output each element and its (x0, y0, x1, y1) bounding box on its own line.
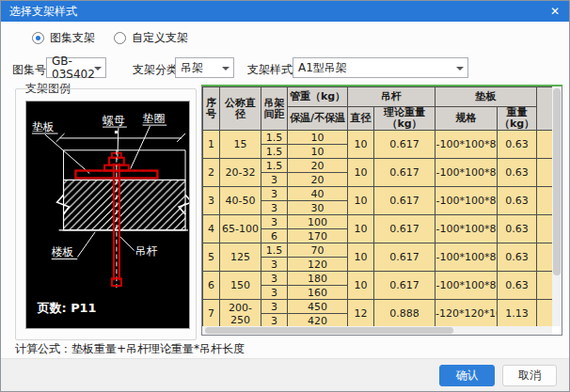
table-cell[interactable]: 0.617 (374, 131, 435, 159)
radio-custom-bracket-label[interactable]: 自定义支架 (132, 30, 188, 46)
table-cell[interactable]: 7 (203, 300, 220, 327)
table-cell[interactable] (537, 272, 553, 300)
table-cell[interactable]: 1 (203, 131, 220, 159)
table-cell[interactable]: 40-50 (220, 187, 261, 215)
col-header-pad-spec: 规格 (435, 107, 498, 131)
table-cell[interactable]: 20 (288, 173, 348, 187)
table-cell[interactable]: 3 (261, 173, 288, 187)
table-cell[interactable]: 1.13 (498, 300, 537, 327)
table-cell[interactable]: 160 (288, 286, 348, 300)
table-cell[interactable]: 10 (348, 187, 374, 215)
atlas-number-select[interactable]: GB-03S402 (46, 57, 106, 78)
table-cell[interactable]: 10 (348, 215, 374, 243)
table-cell[interactable]: 120 (288, 258, 348, 272)
table-cell[interactable]: 3 (261, 201, 288, 215)
table-cell[interactable]: 0.63 (498, 272, 537, 300)
table-cell[interactable]: 1.5 (261, 159, 288, 173)
table-cell[interactable] (537, 131, 553, 159)
table-cell[interactable]: 3 (203, 187, 220, 215)
table-cell[interactable]: 450 (288, 300, 348, 314)
table-cell[interactable]: 3 (261, 286, 288, 300)
table-row[interactable]: 220-321.520100.617-100*100*80.63 (203, 159, 553, 173)
table-cell[interactable]: 0.617 (374, 187, 435, 215)
confirm-button[interactable]: 确认 (439, 365, 495, 386)
horizontal-scrollbar-thumb[interactable] (205, 327, 453, 334)
table-cell[interactable]: 0.888 (374, 300, 435, 327)
table-row[interactable]: 465-1003100100.617-100*100*80.63 (203, 215, 553, 229)
table-cell[interactable]: 30 (288, 201, 348, 215)
table-cell[interactable]: 12 (348, 300, 374, 327)
col-header-insulated: 保温/不保温 (288, 107, 348, 131)
table-cell[interactable]: -100*100*8 (435, 187, 498, 215)
table-cell[interactable]: 3 (261, 258, 288, 272)
table-cell[interactable]: 3 (261, 215, 288, 229)
table-cell[interactable]: 10 (348, 243, 374, 272)
close-icon[interactable]: ✕ (541, 1, 569, 22)
table-cell[interactable]: 150 (220, 272, 261, 300)
table-cell[interactable]: 10 (288, 131, 348, 145)
table-cell[interactable]: 0.63 (498, 243, 537, 272)
table-cell[interactable]: 420 (288, 314, 348, 327)
table-cell[interactable]: 1.5 (261, 243, 288, 258)
table-cell[interactable]: 125 (220, 243, 261, 272)
table-cell[interactable]: 3 (261, 272, 288, 286)
table-cell[interactable]: 40 (288, 187, 348, 201)
table-cell[interactable]: 180 (288, 272, 348, 286)
table-cell[interactable] (537, 215, 553, 243)
table-cell[interactable]: 65-100 (220, 215, 261, 243)
table-cell[interactable]: -100*100*8 (435, 272, 498, 300)
table-cell[interactable]: 15 (220, 131, 261, 159)
table-cell[interactable]: 4 (203, 215, 220, 243)
table-cell[interactable] (537, 159, 553, 187)
table-cell[interactable]: 0.617 (374, 272, 435, 300)
bracket-style-select[interactable]: A1型吊架 (293, 57, 468, 78)
table-cell[interactable]: 70 (288, 243, 348, 258)
table-cell[interactable]: -100*100*8 (435, 159, 498, 187)
vertical-scrollbar[interactable] (552, 86, 562, 326)
radio-custom-bracket[interactable] (114, 32, 126, 44)
table-cell[interactable]: 0.617 (374, 243, 435, 272)
horizontal-scrollbar[interactable] (202, 326, 552, 335)
table-cell[interactable]: 3 (261, 314, 288, 327)
table-cell[interactable]: 6 (203, 272, 220, 300)
table-cell[interactable]: 20-32 (220, 159, 261, 187)
table-cell[interactable]: 0.63 (498, 159, 537, 187)
table-cell[interactable]: 0.63 (498, 215, 537, 243)
table-row[interactable]: 51251.570100.617-100*100*80.63 (203, 243, 553, 258)
table-cell[interactable]: -100*100*8 (435, 215, 498, 243)
bracket-category-select[interactable]: 吊架 (175, 57, 234, 78)
table-cell[interactable]: 10 (348, 159, 374, 187)
table-row[interactable]: 340-50340100.617-100*100*80.63 (203, 187, 553, 201)
vertical-scrollbar-thumb[interactable] (553, 88, 561, 275)
table-cell[interactable]: 0.617 (374, 215, 435, 243)
table-cell[interactable]: 10 (348, 272, 374, 300)
table-cell[interactable]: 5 (203, 243, 220, 272)
table-cell[interactable]: 2 (203, 159, 220, 187)
table-row[interactable]: 1151.510100.617-100*100*80.63 (203, 131, 553, 145)
table-cell[interactable]: 100 (288, 215, 348, 229)
table-cell[interactable]: 3 (261, 187, 288, 201)
table-cell[interactable]: 0.63 (498, 131, 537, 159)
cancel-button[interactable]: 取消 (502, 365, 557, 386)
table-cell[interactable]: -120*120*10 (435, 300, 498, 327)
table-cell[interactable]: 6 (261, 229, 288, 243)
table-row[interactable]: 7200-2503450120.888-120*120*101.13 (203, 300, 553, 314)
table-cell[interactable]: 200-250 (220, 300, 261, 327)
table-row[interactable]: 61503180100.617-100*100*80.63 (203, 272, 553, 286)
radio-atlas-bracket-label[interactable]: 图集支架 (50, 30, 95, 46)
table-cell[interactable]: 1.5 (261, 131, 288, 145)
table-cell[interactable]: 10 (348, 131, 374, 159)
table-cell[interactable]: -100*100*8 (435, 131, 498, 159)
table-cell[interactable]: -100*100*8 (435, 243, 498, 272)
table-cell[interactable]: 10 (288, 145, 348, 159)
radio-atlas-bracket[interactable] (32, 32, 44, 44)
table-cell[interactable] (537, 300, 553, 327)
table-cell[interactable] (537, 187, 553, 215)
table-cell[interactable] (537, 243, 553, 272)
table-cell[interactable]: 1.5 (261, 145, 288, 159)
table-cell[interactable]: 0.63 (498, 187, 537, 215)
table-cell[interactable]: 170 (288, 229, 348, 243)
table-cell[interactable]: 0.617 (374, 159, 435, 187)
table-cell[interactable]: 3 (261, 300, 288, 314)
table-cell[interactable]: 20 (288, 159, 348, 173)
